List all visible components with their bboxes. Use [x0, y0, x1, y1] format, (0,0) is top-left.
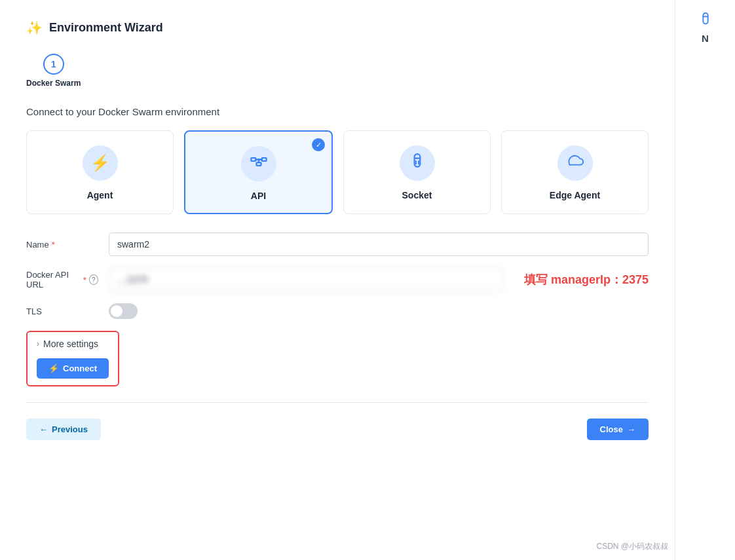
card-label-socket: Socket — [402, 190, 432, 200]
agent-icon: ⚡ — [90, 154, 110, 172]
chevron-right-icon: › — [37, 339, 39, 348]
step-label-1: Docker Swarm — [26, 79, 81, 88]
highlight-box: › More settings ⚡ Connect — [26, 331, 119, 386]
card-label-edge-agent: Edge Agent — [550, 190, 600, 200]
docker-api-help-icon[interactable]: ? — [89, 274, 98, 285]
card-edge-agent[interactable]: Edge Agent — [501, 130, 649, 214]
close-button[interactable]: Close → — [587, 419, 649, 440]
arrow-right-icon: → — [627, 424, 635, 434]
divider — [26, 402, 649, 403]
card-agent[interactable]: ⚡ Agent — [26, 130, 174, 214]
tls-label: TLS — [26, 307, 98, 316]
cloud-icon — [566, 154, 584, 172]
card-label-agent: Agent — [87, 190, 113, 200]
step-1: 1 Docker Swarm — [26, 54, 81, 88]
edge-agent-icon-wrap — [557, 145, 593, 181]
tls-toggle[interactable] — [109, 303, 138, 319]
selected-check-icon: ✓ — [312, 138, 325, 151]
wizard-icon: ✨ — [26, 20, 43, 35]
card-socket[interactable]: Socket — [343, 130, 491, 214]
connection-type-cards: ⚡ Agent ✓ — [26, 130, 649, 214]
section-title: Connect to your Docker Swarm environment — [26, 106, 649, 117]
bottom-nav: ← Previous Close → — [26, 419, 649, 440]
side-panel: N — [675, 0, 735, 560]
more-settings-toggle[interactable]: › More settings — [37, 339, 109, 349]
name-form-row: Name * — [26, 233, 649, 256]
api-icon-wrap — [241, 146, 276, 181]
socket-icon — [409, 153, 426, 174]
more-settings-section: › More settings ⚡ Connect — [26, 331, 649, 386]
docker-api-input[interactable] — [109, 268, 503, 291]
main-panel: ✨ Environment Wizard 1 Docker Swarm Conn… — [0, 0, 675, 560]
docker-api-form-row: Docker API URL * ? 填写 managerIp：2375 — [26, 268, 649, 291]
wizard-title: Environment Wizard — [49, 21, 163, 35]
tls-form-row: TLS — [26, 303, 649, 319]
tls-slider — [109, 303, 138, 319]
docker-api-required-star: * — [83, 275, 86, 285]
wizard-header: ✨ Environment Wizard — [26, 20, 649, 35]
connect-plug-icon: ⚡ — [48, 364, 59, 373]
api-icon — [250, 153, 268, 175]
annotation-text: 填写 managerIp：2375 — [524, 272, 649, 288]
side-panel-plug-icon — [698, 12, 713, 30]
docker-api-label: Docker API URL * ? — [26, 270, 98, 289]
arrow-left-icon: ← — [39, 424, 48, 434]
tls-toggle-wrap — [109, 303, 138, 319]
connect-button[interactable]: ⚡ Connect — [37, 358, 109, 379]
side-panel-label: N — [702, 33, 709, 44]
card-api[interactable]: ✓ API — [184, 130, 333, 214]
name-label: Name * — [26, 240, 98, 250]
step-circle-1: 1 — [43, 54, 64, 75]
agent-icon-wrap: ⚡ — [83, 145, 118, 181]
csdn-credit: CSDN @小码农叔叔 — [596, 541, 668, 552]
name-input[interactable] — [109, 233, 649, 256]
socket-icon-wrap — [400, 145, 435, 181]
card-label-api: API — [251, 191, 266, 201]
name-required-star: * — [52, 240, 55, 250]
previous-button[interactable]: ← Previous — [26, 419, 101, 440]
steps-row: 1 Docker Swarm — [26, 54, 649, 88]
